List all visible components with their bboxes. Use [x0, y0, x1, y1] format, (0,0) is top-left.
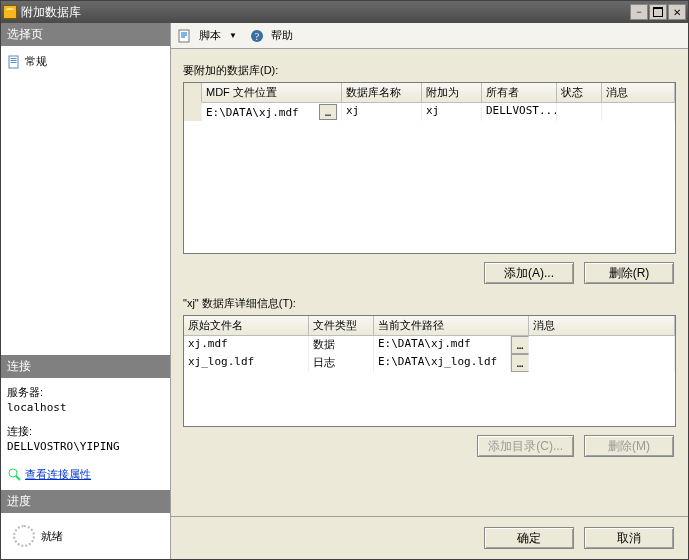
cell-owner[interactable]: DELLVOST...	[482, 103, 557, 121]
app-icon	[3, 5, 17, 19]
col-dbname[interactable]: 数据库名称	[342, 83, 422, 103]
svg-rect-7	[179, 30, 189, 42]
pages-list: 常规	[1, 46, 170, 355]
window-title: 附加数据库	[21, 4, 630, 21]
cell-path: E:\DATA\xj_log.ldf	[374, 354, 511, 372]
main-area: 要附加的数据库(D): MDF 文件位置 数据库名称 附加为 所有者 状态 消息	[171, 49, 688, 516]
cell-path: E:\DATA\xj.mdf	[374, 336, 511, 354]
col2-path[interactable]: 当前文件路径	[374, 316, 529, 336]
attach-grid-body: E:\DATA\xj.mdf … xj xj DELLVOST...	[184, 103, 675, 253]
col2-msg[interactable]: 消息	[529, 316, 675, 336]
cell-orig: xj.mdf	[184, 336, 309, 354]
col-status[interactable]: 状态	[557, 83, 602, 103]
progress-spinner-icon	[13, 525, 35, 547]
svg-rect-5	[11, 62, 17, 63]
col-message[interactable]: 消息	[602, 83, 675, 103]
browse-path-button[interactable]: …	[511, 336, 529, 354]
script-icon	[177, 28, 193, 44]
svg-point-6	[9, 469, 17, 477]
view-connection-properties[interactable]: 查看连接属性	[7, 464, 164, 485]
cell-message	[602, 103, 675, 121]
connection-header: 连接	[1, 355, 170, 378]
table-row[interactable]: E:\DATA\xj.mdf … xj xj DELLVOST...	[184, 103, 675, 121]
attach-grid[interactable]: MDF 文件位置 数据库名称 附加为 所有者 状态 消息 E:\DATA\xj.…	[183, 82, 676, 254]
col-attachas[interactable]: 附加为	[422, 83, 482, 103]
nav-item-general[interactable]: 常规	[7, 52, 164, 71]
minimize-button[interactable]: －	[630, 4, 648, 20]
server-value: localhost	[7, 400, 164, 417]
details-label: "xj" 数据库详细信息(T):	[183, 296, 676, 311]
toolbar: 脚本 ▼ ? 帮助	[171, 23, 688, 49]
remove-detail-button: 删除(M)	[584, 435, 674, 457]
cell-status	[557, 103, 602, 121]
view-conn-link[interactable]: 查看连接属性	[25, 466, 91, 483]
connection-props-icon	[7, 467, 21, 481]
cell-dbname[interactable]: xj	[342, 103, 422, 121]
script-dropdown-icon[interactable]: ▼	[227, 31, 237, 40]
ok-button[interactable]: 确定	[484, 527, 574, 549]
details-grid-header: 原始文件名 文件类型 当前文件路径 消息	[184, 316, 675, 336]
attach-label: 要附加的数据库(D):	[183, 63, 676, 78]
svg-rect-3	[11, 58, 17, 59]
table-row[interactable]: xj_log.ldf日志E:\DATA\xj_log.ldf…	[184, 354, 675, 372]
details-buttons: 添加目录(C)... 删除(M)	[183, 427, 676, 465]
progress-panel: 就绪	[1, 513, 170, 559]
svg-rect-4	[11, 60, 17, 61]
svg-text:?: ?	[255, 31, 260, 42]
close-button[interactable]: ✕	[668, 4, 686, 20]
cancel-button[interactable]: 取消	[584, 527, 674, 549]
add-button[interactable]: 添加(A)...	[484, 262, 574, 284]
server-label: 服务器:	[7, 384, 164, 401]
col-owner[interactable]: 所有者	[482, 83, 557, 103]
window-buttons: － ✕	[630, 4, 686, 20]
attach-grid-header: MDF 文件位置 数据库名称 附加为 所有者 状态 消息	[184, 83, 675, 103]
right-pane: 脚本 ▼ ? 帮助 要附加的数据库(D): MDF 文件位置 数据库名称 附加为	[171, 23, 688, 559]
help-icon: ?	[249, 28, 265, 44]
progress-header: 进度	[1, 490, 170, 513]
col2-orig[interactable]: 原始文件名	[184, 316, 309, 336]
page-icon	[7, 55, 21, 69]
attach-buttons: 添加(A)... 删除(R)	[183, 254, 676, 292]
footer: 确定 取消	[171, 516, 688, 559]
dialog-body: 选择页 常规 连接 服务器: localhost 连接: DELLVOSTRO\…	[1, 23, 688, 559]
cell-orig: xj_log.ldf	[184, 354, 309, 372]
script-button[interactable]: 脚本	[197, 28, 223, 43]
connection-panel: 服务器: localhost 连接: DELLVOSTRO\YIPING 查看连…	[1, 378, 170, 491]
row-selector[interactable]	[184, 103, 202, 121]
progress-status: 就绪	[41, 529, 63, 544]
add-catalog-button: 添加目录(C)...	[477, 435, 574, 457]
conn-label: 连接:	[7, 423, 164, 440]
cell-type: 数据	[309, 336, 374, 354]
details-grid[interactable]: 原始文件名 文件类型 当前文件路径 消息 xj.mdf数据E:\DATA\xj.…	[183, 315, 676, 427]
titlebar: 附加数据库 － ✕	[1, 1, 688, 23]
details-grid-body: xj.mdf数据E:\DATA\xj.mdf…xj_log.ldf日志E:\DA…	[184, 336, 675, 426]
help-button[interactable]: 帮助	[269, 28, 295, 43]
select-page-header: 选择页	[1, 23, 170, 46]
cell-type: 日志	[309, 354, 374, 372]
dialog-window: 附加数据库 － ✕ 选择页 常规 连接 服务器: localhost	[0, 0, 689, 560]
left-pane: 选择页 常规 连接 服务器: localhost 连接: DELLVOSTRO\…	[1, 23, 171, 559]
cell-attachas[interactable]: xj	[422, 103, 482, 121]
cell-msg2	[529, 336, 675, 354]
col2-type[interactable]: 文件类型	[309, 316, 374, 336]
svg-rect-1	[6, 10, 14, 15]
col-mdf[interactable]: MDF 文件位置	[202, 83, 342, 103]
nav-item-label: 常规	[25, 54, 47, 69]
browse-path-button[interactable]: …	[511, 354, 529, 372]
maximize-button[interactable]	[649, 4, 667, 20]
cell-msg2	[529, 354, 675, 372]
table-row[interactable]: xj.mdf数据E:\DATA\xj.mdf…	[184, 336, 675, 354]
browse-mdf-button[interactable]: …	[319, 104, 337, 120]
cell-mdf-path: E:\DATA\xj.mdf	[206, 106, 319, 119]
remove-button[interactable]: 删除(R)	[584, 262, 674, 284]
conn-value: DELLVOSTRO\YIPING	[7, 439, 164, 456]
